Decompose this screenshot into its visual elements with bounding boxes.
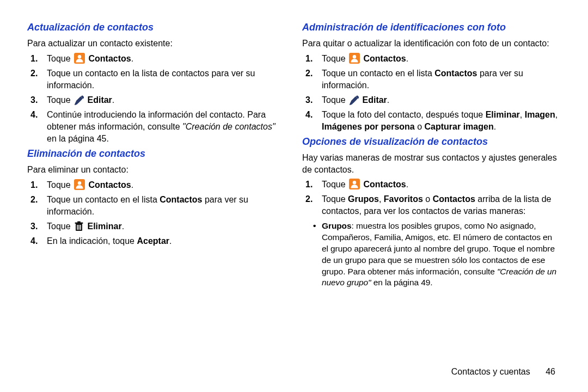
text-bold: Contactos (160, 195, 202, 204)
text-bold: Eliminar (88, 222, 122, 231)
step: 1. Toque Contactos. (47, 179, 286, 191)
text-bold: Editar (363, 95, 387, 105)
text: . (122, 222, 124, 231)
step: 1. Toque Contactos. (322, 53, 561, 65)
intro-eliminacion: Para eliminar un contacto: (27, 164, 286, 176)
page-columns: Actualización de contactos Para actualiz… (27, 19, 561, 292)
text: Toque (47, 222, 73, 231)
footer-section: Contactos y cuentas (451, 367, 530, 376)
heading-actualizacion: Actualización de contactos (27, 22, 286, 33)
step: 2. Toque un contacto en la lista de cont… (47, 68, 286, 91)
text: Toque (47, 180, 73, 189)
intro-actualizacion: Para actualizar un contacto existente: (27, 38, 286, 50)
pencil-icon (74, 95, 84, 105)
step: 2. Toque un contacto en el lista Contact… (47, 194, 286, 218)
text-bold: Imágenes por persona (322, 122, 415, 131)
text-bold: Imagen (525, 110, 555, 119)
text: Toque (322, 95, 348, 105)
text: Toque (322, 194, 348, 204)
text-bold: Contactos (364, 180, 406, 189)
text: , (379, 194, 384, 204)
step: 4. Continúe introduciendo la información… (47, 109, 286, 145)
text: . (387, 95, 389, 105)
text-bold: Contactos (433, 194, 475, 204)
text-bold: Capturar imagen (425, 122, 494, 131)
text: Toque (322, 54, 348, 63)
text-bold: Contactos (364, 54, 406, 63)
step: 2. Toque un contacto en el lista Contact… (322, 68, 561, 91)
text-bold: Contactos (89, 54, 131, 63)
step: 3. Toque Editar. (47, 94, 286, 106)
text-bold: Eliminar (486, 110, 520, 119)
step: 4. Toque la foto del contacto, después t… (322, 109, 561, 133)
trash-icon (74, 221, 84, 231)
text: . (494, 122, 496, 131)
bullet-item: Grupos: muestra los posibles grupos, com… (322, 220, 561, 289)
text: Toque un contacto en el lista (322, 69, 434, 78)
text: Toque (47, 54, 73, 63)
text-bold: Grupos (348, 194, 379, 204)
text: En la indicación, toque (47, 236, 137, 246)
contacts-icon (349, 179, 360, 189)
intro-opciones-vis: Hay varias maneras de mostrar sus contac… (302, 152, 561, 175)
text: . (131, 180, 133, 189)
contacts-icon (349, 53, 360, 64)
text: en la página 49. (371, 278, 432, 287)
text: . (112, 95, 114, 105)
text: . (169, 236, 171, 246)
text: Toque un contacto en la lista de contact… (47, 69, 255, 90)
text-italic: "Creación de contactos" (182, 122, 275, 131)
heading-eliminacion: Eliminación de contactos (27, 148, 286, 160)
text: o (423, 194, 433, 204)
text: Toque la foto del contacto, después toqu… (322, 110, 486, 119)
steps-actualizacion: 1. Toque Contactos. 2. Toque un contacto… (27, 53, 286, 145)
step: 3. Toque Eliminar. (47, 220, 286, 232)
text: . (131, 54, 133, 63)
step: 1. Toque Contactos. (322, 179, 561, 191)
text: , (555, 110, 558, 119)
text: . (406, 54, 408, 63)
text: o (415, 122, 425, 131)
text-bold: Editar (88, 95, 112, 105)
right-column: Administración de identificaciones con f… (302, 19, 561, 292)
step: 4. En la indicación, toque Aceptar. (47, 235, 286, 247)
heading-opciones-vis: Opciones de visualización de contactos (302, 136, 561, 148)
steps-opciones-vis: 1. Toque Contactos. 2. Toque Grupos, Fav… (302, 179, 561, 217)
step: 3. Toque Editar. (322, 94, 561, 106)
text-bold: Grupos (322, 221, 352, 230)
contacts-icon (74, 179, 85, 190)
text: Toque un contacto en el lista (47, 195, 160, 204)
text: , (520, 110, 525, 119)
steps-admin-foto: 1. Toque Contactos. 2. Toque un contacto… (302, 53, 561, 133)
bullets-opciones-vis: Grupos: muestra los posibles grupos, com… (302, 220, 561, 289)
text: en la página 45. (47, 134, 109, 143)
text-bold: Contactos (89, 180, 131, 189)
page-footer: Contactos y cuentas 46 (451, 367, 555, 377)
step: 1. Toque Contactos. (47, 53, 286, 65)
text-bold: Contactos (434, 69, 477, 78)
step: 2. Toque Grupos, Favoritos o Contactos a… (322, 193, 561, 217)
text-bold: Favoritos (384, 194, 423, 204)
text: Toque (322, 180, 348, 189)
text: Toque (47, 95, 73, 105)
pencil-icon (349, 95, 359, 105)
page-number: 46 (546, 367, 555, 376)
text: . (406, 180, 408, 189)
contacts-icon (74, 53, 85, 64)
left-column: Actualización de contactos Para actualiz… (27, 19, 286, 292)
steps-eliminacion: 1. Toque Contactos. 2. Toque un contacto… (27, 179, 286, 247)
intro-admin-foto: Para quitar o actualizar la identificaci… (302, 38, 561, 50)
heading-admin-foto: Administración de identificaciones con f… (302, 22, 561, 33)
text-bold: Aceptar (137, 236, 169, 246)
